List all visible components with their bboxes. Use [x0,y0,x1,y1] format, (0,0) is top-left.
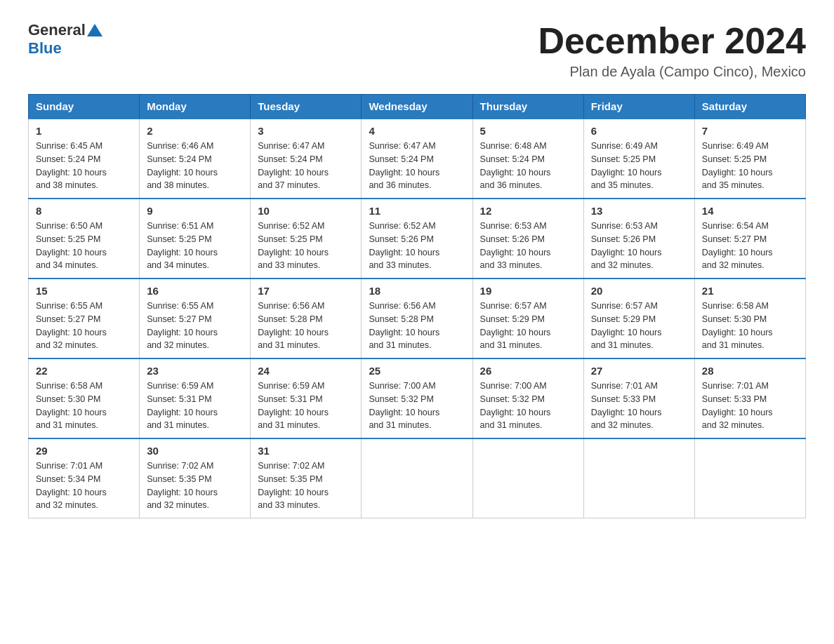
calendar-cell: 30 Sunrise: 7:02 AM Sunset: 5:35 PM Dayl… [140,438,251,518]
day-info: Sunrise: 7:02 AM Sunset: 5:35 PM Dayligh… [147,459,243,512]
calendar-cell [472,438,583,518]
day-number: 26 [480,365,576,377]
day-info: Sunrise: 7:01 AM Sunset: 5:34 PM Dayligh… [36,459,132,512]
day-info: Sunrise: 6:49 AM Sunset: 5:25 PM Dayligh… [591,140,687,192]
svg-marker-0 [87,24,102,36]
day-info: Sunrise: 6:45 AM Sunset: 5:24 PM Dayligh… [36,140,132,192]
calendar-cell: 9 Sunrise: 6:51 AM Sunset: 5:25 PM Dayli… [140,199,251,279]
calendar-cell: 3 Sunrise: 6:47 AM Sunset: 5:24 PM Dayli… [251,119,362,199]
day-info: Sunrise: 7:00 AM Sunset: 5:32 PM Dayligh… [480,380,576,432]
calendar-cell: 12 Sunrise: 6:53 AM Sunset: 5:26 PM Dayl… [472,199,583,279]
day-number: 4 [369,125,465,137]
week-row: 22 Sunrise: 6:58 AM Sunset: 5:30 PM Dayl… [29,358,806,438]
week-row: 1 Sunrise: 6:45 AM Sunset: 5:24 PM Dayli… [29,119,806,199]
day-number: 16 [147,285,243,297]
day-number: 19 [480,285,576,297]
day-number: 30 [147,445,243,457]
day-info: Sunrise: 6:48 AM Sunset: 5:24 PM Dayligh… [480,140,576,192]
calendar-cell: 7 Sunrise: 6:49 AM Sunset: 5:25 PM Dayli… [694,119,805,199]
calendar-cell: 26 Sunrise: 7:00 AM Sunset: 5:32 PM Dayl… [472,358,583,438]
day-number: 29 [36,445,132,457]
calendar-cell: 20 Sunrise: 6:57 AM Sunset: 5:29 PM Dayl… [583,279,694,358]
day-number: 27 [591,365,687,377]
day-number: 17 [258,285,354,297]
calendar-cell: 15 Sunrise: 6:55 AM Sunset: 5:27 PM Dayl… [29,279,140,358]
calendar-cell: 2 Sunrise: 6:46 AM Sunset: 5:24 PM Dayli… [140,119,251,199]
day-number: 24 [258,365,354,377]
day-info: Sunrise: 6:55 AM Sunset: 5:27 PM Dayligh… [36,300,132,352]
day-number: 25 [369,365,465,377]
day-number: 9 [147,205,243,217]
calendar-cell [694,438,805,518]
calendar-cell: 19 Sunrise: 6:57 AM Sunset: 5:29 PM Dayl… [472,279,583,358]
calendar-cell: 6 Sunrise: 6:49 AM Sunset: 5:25 PM Dayli… [583,119,694,199]
day-number: 3 [258,125,354,137]
calendar-cell: 28 Sunrise: 7:01 AM Sunset: 5:33 PM Dayl… [694,358,805,438]
day-info: Sunrise: 6:46 AM Sunset: 5:24 PM Dayligh… [147,140,243,192]
day-number: 23 [147,365,243,377]
week-row: 8 Sunrise: 6:50 AM Sunset: 5:25 PM Dayli… [29,199,806,279]
day-info: Sunrise: 6:58 AM Sunset: 5:30 PM Dayligh… [702,300,798,352]
day-info: Sunrise: 6:51 AM Sunset: 5:25 PM Dayligh… [147,220,243,272]
day-of-week-header: Tuesday [251,95,362,119]
day-number: 18 [369,285,465,297]
day-info: Sunrise: 6:58 AM Sunset: 5:30 PM Dayligh… [36,380,132,432]
day-number: 12 [480,205,576,217]
day-number: 10 [258,205,354,217]
day-number: 8 [36,205,132,217]
day-number: 11 [369,205,465,217]
week-row: 29 Sunrise: 7:01 AM Sunset: 5:34 PM Dayl… [29,438,806,518]
calendar-cell: 8 Sunrise: 6:50 AM Sunset: 5:25 PM Dayli… [29,199,140,279]
day-info: Sunrise: 6:55 AM Sunset: 5:27 PM Dayligh… [147,300,243,352]
calendar-cell: 25 Sunrise: 7:00 AM Sunset: 5:32 PM Dayl… [362,358,472,438]
day-info: Sunrise: 6:53 AM Sunset: 5:26 PM Dayligh… [591,220,687,272]
calendar-cell: 18 Sunrise: 6:56 AM Sunset: 5:28 PM Dayl… [362,279,472,358]
day-info: Sunrise: 6:53 AM Sunset: 5:26 PM Dayligh… [480,220,576,272]
day-number: 7 [702,125,798,137]
calendar-cell: 29 Sunrise: 7:01 AM Sunset: 5:34 PM Dayl… [29,438,140,518]
title-section: December 2024 Plan de Ayala (Campo Cinco… [538,21,806,80]
calendar-table: SundayMondayTuesdayWednesdayThursdayFrid… [28,94,806,518]
calendar-cell [583,438,694,518]
day-number: 1 [36,125,132,137]
day-info: Sunrise: 6:50 AM Sunset: 5:25 PM Dayligh… [36,220,132,272]
day-info: Sunrise: 7:00 AM Sunset: 5:32 PM Dayligh… [369,380,465,432]
calendar-cell: 10 Sunrise: 6:52 AM Sunset: 5:25 PM Dayl… [251,199,362,279]
calendar-cell: 24 Sunrise: 6:59 AM Sunset: 5:31 PM Dayl… [251,358,362,438]
calendar-header-row: SundayMondayTuesdayWednesdayThursdayFrid… [29,95,806,119]
calendar-cell: 22 Sunrise: 6:58 AM Sunset: 5:30 PM Dayl… [29,358,140,438]
page-header: General Blue December 2024 Plan de Ayala… [28,21,806,80]
calendar-cell [362,438,472,518]
calendar-cell: 23 Sunrise: 6:59 AM Sunset: 5:31 PM Dayl… [140,358,251,438]
calendar-cell: 14 Sunrise: 6:54 AM Sunset: 5:27 PM Dayl… [694,199,805,279]
day-info: Sunrise: 6:57 AM Sunset: 5:29 PM Dayligh… [480,300,576,352]
day-info: Sunrise: 6:54 AM Sunset: 5:27 PM Dayligh… [702,220,798,272]
day-info: Sunrise: 6:52 AM Sunset: 5:25 PM Dayligh… [258,220,354,272]
day-number: 15 [36,285,132,297]
calendar-cell: 21 Sunrise: 6:58 AM Sunset: 5:30 PM Dayl… [694,279,805,358]
day-number: 5 [480,125,576,137]
week-row: 15 Sunrise: 6:55 AM Sunset: 5:27 PM Dayl… [29,279,806,358]
calendar-cell: 4 Sunrise: 6:47 AM Sunset: 5:24 PM Dayli… [362,119,472,199]
day-info: Sunrise: 6:57 AM Sunset: 5:29 PM Dayligh… [591,300,687,352]
logo-triangle-icon [87,22,102,38]
logo-blue: Blue [28,39,62,58]
day-info: Sunrise: 6:56 AM Sunset: 5:28 PM Dayligh… [369,300,465,352]
day-info: Sunrise: 6:59 AM Sunset: 5:31 PM Dayligh… [258,380,354,432]
day-number: 28 [702,365,798,377]
day-number: 14 [702,205,798,217]
day-number: 13 [591,205,687,217]
day-info: Sunrise: 6:47 AM Sunset: 5:24 PM Dayligh… [369,140,465,192]
calendar-cell: 13 Sunrise: 6:53 AM Sunset: 5:26 PM Dayl… [583,199,694,279]
calendar-cell: 11 Sunrise: 6:52 AM Sunset: 5:26 PM Dayl… [362,199,472,279]
day-number: 6 [591,125,687,137]
day-of-week-header: Thursday [472,95,583,119]
day-of-week-header: Sunday [29,95,140,119]
location-subtitle: Plan de Ayala (Campo Cinco), Mexico [538,64,806,80]
day-of-week-header: Saturday [694,95,805,119]
day-info: Sunrise: 7:01 AM Sunset: 5:33 PM Dayligh… [591,380,687,432]
calendar-cell: 31 Sunrise: 7:02 AM Sunset: 5:35 PM Dayl… [251,438,362,518]
day-number: 31 [258,445,354,457]
day-number: 21 [702,285,798,297]
calendar-cell: 5 Sunrise: 6:48 AM Sunset: 5:24 PM Dayli… [472,119,583,199]
